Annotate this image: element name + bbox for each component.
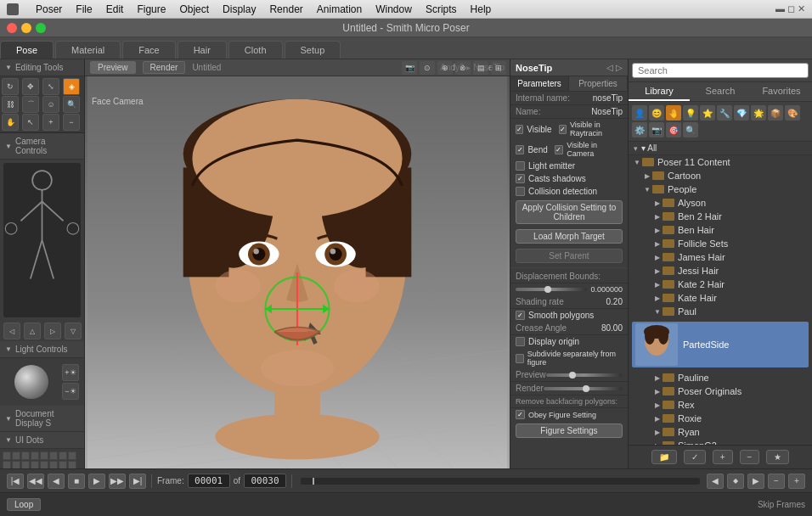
play-fwd-one-btn[interactable]: ▶ xyxy=(88,474,105,489)
menu-window[interactable]: Window xyxy=(375,3,412,15)
tree-item-rex[interactable]: ▶ Rex xyxy=(629,398,812,412)
set-parent-btn[interactable]: Set Parent xyxy=(516,249,623,263)
tab-setup[interactable]: Setup xyxy=(285,41,341,59)
library-tab-library[interactable]: Library xyxy=(629,82,690,101)
lib-icon-face[interactable]: 😊 xyxy=(649,105,664,121)
dot-7[interactable] xyxy=(59,452,67,460)
prop-tab-parameters[interactable]: Parameters xyxy=(510,76,569,91)
vp-icon-3[interactable]: ⊕ xyxy=(437,61,453,75)
visible-camera-checkbox[interactable] xyxy=(555,145,563,154)
apply-collision-btn[interactable]: Apply Collision Setting to Children xyxy=(516,200,623,224)
dot-16[interactable] xyxy=(68,461,76,468)
lib-icon-extra2[interactable]: 📷 xyxy=(649,122,664,137)
loop-button[interactable]: Loop xyxy=(7,498,41,511)
tree-item-cartoon[interactable]: ▶ Cartoon xyxy=(629,169,812,182)
light-ball[interactable] xyxy=(14,365,48,399)
preview-slider[interactable] xyxy=(546,373,623,377)
lib-icon-prop[interactable]: ⭐ xyxy=(700,105,715,121)
lib-check-btn[interactable]: ✓ xyxy=(684,450,706,464)
obey-setting-checkbox[interactable] xyxy=(516,410,525,419)
dot-12[interactable] xyxy=(31,461,39,468)
camera-snap-icon[interactable]: 📷 xyxy=(402,61,417,75)
casts-shadows-checkbox[interactable] xyxy=(516,174,525,183)
play-fwd-btn[interactable]: ▶▶ xyxy=(109,474,126,489)
lib-icon-hair[interactable]: 💡 xyxy=(683,105,698,121)
vp-icon-6[interactable]: ⊞ xyxy=(491,61,506,75)
menu-display[interactable]: Display xyxy=(223,3,256,15)
lib-icon-camera[interactable]: 📦 xyxy=(768,105,783,121)
tab-face[interactable]: Face xyxy=(122,41,175,59)
viewport-tab-preview[interactable]: Preview xyxy=(90,61,136,74)
camera-ctrl-3[interactable]: ▷ xyxy=(44,322,61,339)
lib-icon-scene[interactable]: 🎨 xyxy=(785,105,800,121)
camera-ctrl-4[interactable]: ▽ xyxy=(65,322,82,339)
tool-pan[interactable]: ✋ xyxy=(2,114,19,131)
timeline-key-btn[interactable]: ◆ xyxy=(727,474,744,489)
vp-icon-5[interactable]: ▤ xyxy=(473,61,488,75)
camera-ctrl-2[interactable]: △ xyxy=(24,322,41,339)
dot-14[interactable] xyxy=(49,461,58,468)
menu-figure[interactable]: Figure xyxy=(137,3,166,15)
lib-icon-extra4[interactable]: 🔍 xyxy=(683,122,698,137)
visible-checkbox[interactable] xyxy=(516,125,523,134)
menu-object[interactable]: Object xyxy=(179,3,209,15)
tree-item-paul[interactable]: ▼ Paul xyxy=(629,305,812,318)
dot-15[interactable] xyxy=(59,461,67,468)
tree-item-ryan[interactable]: ▶ Ryan xyxy=(629,425,812,439)
light-emitter-checkbox[interactable] xyxy=(516,161,525,171)
tree-item-kate2hair[interactable]: ▶ Kate 2 Hair xyxy=(629,278,812,291)
tree-item-alyson[interactable]: ▶ Alyson xyxy=(629,196,812,210)
displacement-slider[interactable] xyxy=(516,288,587,291)
tool-add[interactable]: + xyxy=(42,114,59,131)
lib-icon-hand[interactable]: 🤚 xyxy=(666,105,681,121)
tool-remove[interactable]: − xyxy=(63,114,80,131)
dot-6[interactable] xyxy=(49,452,58,460)
dot-1[interactable] xyxy=(3,452,11,460)
properties-close[interactable]: ◁ ▷ xyxy=(606,63,623,72)
ui-dots-title[interactable]: ▼ UI Dots xyxy=(0,432,84,449)
lib-icon-material[interactable]: 💎 xyxy=(734,105,749,121)
smooth-checkbox[interactable] xyxy=(516,311,525,320)
light-controls-title[interactable]: ▼ Light Controls xyxy=(0,341,84,358)
load-morph-btn[interactable]: Load Morph Target xyxy=(516,229,623,244)
lib-plus-btn[interactable]: + xyxy=(713,450,733,464)
subdivide-checkbox[interactable] xyxy=(516,354,524,363)
tree-item-ben2hair[interactable]: ▶ Ben 2 Hair xyxy=(629,210,812,223)
menu-scripts[interactable]: Scripts xyxy=(426,3,457,15)
tree-item-simong2[interactable]: ▶ SimonG2 xyxy=(629,439,812,445)
bend-checkbox[interactable] xyxy=(516,145,524,154)
dot-11[interactable] xyxy=(21,461,30,468)
dot-13[interactable] xyxy=(40,461,48,468)
tool-rotate[interactable]: ↻ xyxy=(2,78,19,95)
tree-item-people[interactable]: ▼ People xyxy=(629,182,812,196)
timeline-fwd-btn[interactable]: ▶ xyxy=(747,474,764,489)
tool-select[interactable]: ↖ xyxy=(22,114,39,131)
lib-minus-btn[interactable]: − xyxy=(740,450,760,464)
tab-cloth[interactable]: Cloth xyxy=(228,41,283,59)
thumb-parted-side[interactable]: PartedSide xyxy=(632,322,809,367)
lib-icon-anim[interactable]: 🔧 xyxy=(717,105,732,121)
play-back-btn[interactable]: ◀◀ xyxy=(27,474,44,489)
tab-material[interactable]: Material xyxy=(55,41,121,59)
dot-4[interactable] xyxy=(31,452,39,460)
viewport-tab-render[interactable]: Render xyxy=(143,61,186,74)
dot-8[interactable] xyxy=(68,452,76,460)
figure-settings-btn[interactable]: Figure Settings xyxy=(516,423,623,438)
menu-render[interactable]: Render xyxy=(269,3,302,15)
tree-item-benhair[interactable]: ▶ Ben Hair xyxy=(629,223,812,237)
play-btn[interactable]: ■ xyxy=(68,474,85,489)
library-tab-favorites[interactable]: Favorites xyxy=(751,82,812,101)
dot-9[interactable] xyxy=(3,461,11,468)
menu-help[interactable]: Help xyxy=(471,3,492,15)
editing-tools-title[interactable]: ▼ Editing Tools xyxy=(0,59,84,76)
timeline-scrubber[interactable] xyxy=(301,478,700,485)
tree-item-pauline[interactable]: ▶ Pauline xyxy=(629,371,812,384)
library-tree[interactable]: ▼ Poser 11 Content ▶ Cartoon ▼ People xyxy=(629,155,812,445)
tool-bend[interactable]: ⌒ xyxy=(22,96,39,113)
play-end-btn[interactable]: ▶| xyxy=(129,474,146,489)
tool-chain[interactable]: ⛓ xyxy=(2,96,19,113)
play-back-one-btn[interactable]: ◀ xyxy=(48,474,65,489)
dot-5[interactable] xyxy=(40,452,48,460)
camera-controls-title[interactable]: ▼ Camera Controls xyxy=(0,133,84,160)
tree-item-jameshair[interactable]: ▶ James Hair xyxy=(629,250,812,264)
